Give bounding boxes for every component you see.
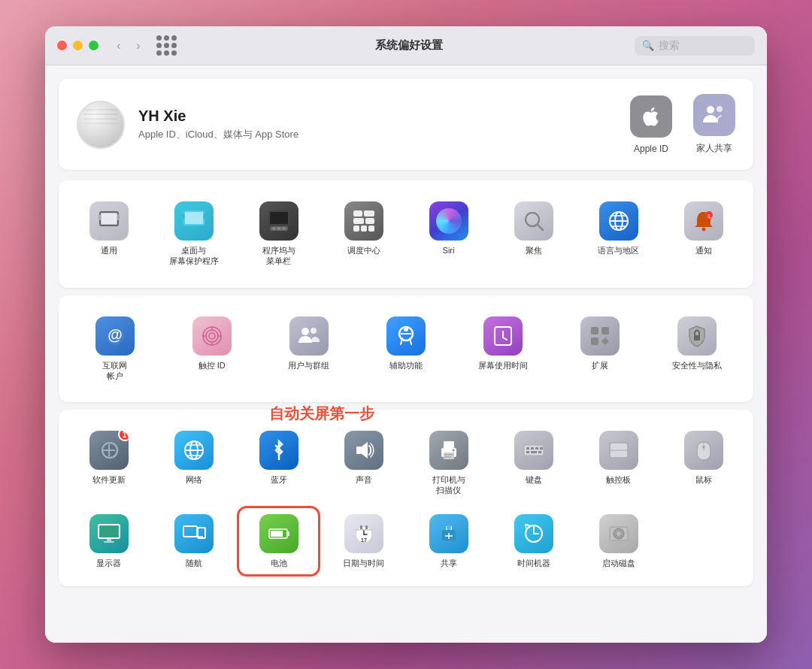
pref-keyboard[interactable]: 键盘 (492, 423, 574, 504)
battery-icon (259, 514, 298, 553)
svg-rect-74 (540, 447, 543, 450)
svg-point-40 (301, 328, 309, 335)
grid-view-button[interactable] (156, 35, 177, 56)
pref-display[interactable]: 显示器 (68, 507, 150, 576)
svg-rect-82 (104, 541, 114, 543)
annotation-text: 自动关屏第一步 (269, 404, 374, 424)
pref-security[interactable]: 安全性与隐私 (650, 309, 744, 389)
pref-battery[interactable]: 电池 (238, 507, 320, 576)
svg-rect-3 (102, 213, 117, 224)
pref-mouse[interactable]: 鼠标 (662, 423, 744, 504)
prefs-section-34: 自动关屏第一步 1 软件更新 (59, 410, 753, 586)
battery-label: 电池 (271, 558, 287, 568)
svg-rect-70 (535, 447, 538, 450)
security-label: 安全性与隐私 (672, 360, 722, 371)
siri-label: Siri (443, 245, 455, 256)
svg-rect-19 (364, 210, 374, 216)
svg-rect-18 (353, 210, 362, 216)
network-label: 网络 (186, 474, 202, 485)
pref-siri[interactable]: Siri (408, 194, 489, 274)
mouse-label: 鼠标 (695, 474, 712, 485)
pref-handoff[interactable]: 随航 (153, 507, 235, 576)
svg-rect-11 (189, 229, 199, 230)
datetime-label: 日期与时间 (343, 558, 384, 568)
pref-notify[interactable]: 1 通知 (662, 194, 744, 274)
security-icon (677, 316, 717, 356)
svg-text:@: @ (108, 326, 123, 343)
handoff-icon (174, 514, 214, 553)
pref-startup[interactable]: 启动磁盘 (577, 507, 659, 576)
apple-id-action[interactable]: Apple ID (630, 95, 672, 154)
prefs-grid-1: 通用 桌面与屏幕保护程序 (68, 194, 744, 274)
svg-rect-81 (107, 538, 111, 541)
svg-rect-48 (591, 327, 598, 334)
pref-printer[interactable]: 打印机与扫描仪 (408, 423, 489, 504)
pref-language[interactable]: 语言与地区 (577, 194, 659, 274)
svg-point-32 (701, 228, 705, 232)
maximize-button[interactable] (89, 41, 98, 50)
svg-point-39 (209, 333, 215, 339)
pref-bluetooth[interactable]: 蓝牙 (238, 423, 320, 504)
spotlight-icon (514, 201, 553, 241)
svg-rect-8 (183, 214, 185, 219)
pref-access[interactable]: 辅助功能 (359, 309, 453, 389)
sound-icon (344, 431, 383, 470)
svg-rect-63 (444, 453, 454, 459)
touchid-label: 触控 ID (198, 360, 226, 371)
svg-rect-60 (356, 447, 362, 454)
pref-general[interactable]: 通用 (68, 194, 150, 274)
forward-button[interactable]: › (130, 38, 147, 54)
users-label: 用户与群组 (288, 360, 329, 371)
pref-sharing[interactable]: 共享 (408, 507, 489, 576)
svg-rect-71 (526, 451, 529, 453)
pref-software[interactable]: 1 软件更新 (68, 423, 150, 504)
svg-rect-73 (538, 451, 541, 453)
pref-timemachine[interactable]: 时间机器 (492, 507, 574, 576)
svg-rect-68 (526, 447, 529, 450)
pref-touchid[interactable]: 触控 ID (165, 309, 259, 389)
svg-rect-87 (287, 531, 289, 536)
pref-network[interactable]: 网络 (153, 423, 235, 504)
window-title: 系统偏好设置 (183, 38, 635, 53)
display-label: 显示器 (96, 558, 121, 568)
notify-label: 通知 (695, 245, 712, 256)
pref-extensions[interactable]: 扩展 (553, 309, 647, 389)
handoff-label: 随航 (186, 558, 202, 568)
family-sharing-action[interactable]: 家人共享 (693, 94, 735, 155)
apple-id-label: Apple ID (634, 144, 668, 154)
pref-mission[interactable]: 调度中心 (323, 194, 404, 274)
minimize-button[interactable] (73, 41, 83, 50)
titlebar: ‹ › 系统偏好设置 🔍 搜索 (45, 26, 767, 65)
svg-rect-9 (203, 214, 205, 219)
prefs-grid-3: 1 软件更新 网络 (68, 423, 744, 504)
close-button[interactable] (57, 41, 67, 50)
profile-section: YH Xie Apple ID、iCloud、媒体与 App Store App… (59, 79, 753, 170)
system-preferences-window: ‹ › 系统偏好设置 🔍 搜索 YH Xie App (45, 26, 767, 643)
pref-internet[interactable]: @ 互联网帐户 (68, 309, 162, 389)
desktop-label: 桌面与屏幕保护程序 (169, 245, 219, 267)
back-button[interactable]: ‹ (111, 38, 127, 54)
notify-icon: 1 (684, 201, 723, 241)
extensions-label: 扩展 (592, 360, 608, 371)
pref-sound[interactable]: 声音 (323, 423, 404, 504)
profile-info: YH Xie Apple ID、iCloud、媒体与 App Store (138, 107, 298, 141)
display-icon (89, 514, 129, 553)
pref-spotlight[interactable]: 聚焦 (492, 194, 574, 274)
software-icon: 1 (89, 431, 129, 470)
pref-screentime[interactable]: 屏幕使用时间 (456, 309, 550, 389)
avatar[interactable] (77, 101, 125, 149)
timemachine-label: 时间机器 (517, 558, 550, 568)
pref-trackpad[interactable]: 触控板 (577, 423, 659, 504)
pref-users[interactable]: 用户与群组 (262, 309, 356, 389)
search-bar[interactable]: 🔍 搜索 (635, 36, 755, 56)
svg-rect-69 (531, 447, 534, 450)
pref-desktop[interactable]: 桌面与屏幕保护程序 (153, 194, 235, 274)
svg-rect-20 (353, 218, 364, 224)
svg-rect-51 (694, 335, 700, 341)
sharing-label: 共享 (441, 558, 457, 568)
pref-datetime[interactable]: 17 日期与时间 (323, 507, 404, 576)
pref-dock[interactable]: 程序坞与菜单栏 (238, 194, 320, 274)
pref-empty (662, 507, 744, 576)
svg-rect-62 (444, 441, 454, 449)
svg-rect-64 (444, 454, 453, 456)
